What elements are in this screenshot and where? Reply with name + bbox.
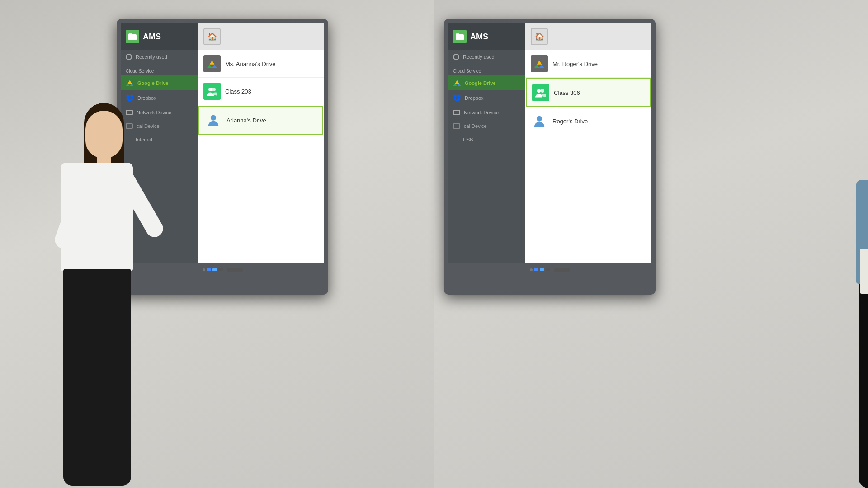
right-display: AMS Recently used Cloud Service Google D… (444, 19, 656, 295)
right-ams-folder-icon (453, 30, 467, 43)
right-file-group-icon-2 (535, 88, 546, 98)
left-sb-port-2 (212, 268, 217, 271)
right-network-device-label: Network Device (464, 110, 499, 115)
right-scene: AMS Recently used Cloud Service Google D… (434, 0, 868, 488)
svg-point-0 (208, 88, 212, 91)
right-file-name-1: Mr. Roger's Drive (552, 61, 598, 67)
left-file-list: Ms. Arianna's Drive Class 203 (198, 50, 324, 263)
left-file-icon-2 (203, 83, 221, 100)
right-cloud-service-label: Cloud Service (448, 64, 525, 75)
right-file-icon-3 (531, 113, 548, 130)
left-file-name-3: Arianna's Drive (226, 117, 266, 124)
right-file-item-3[interactable]: Roger's Drive (525, 108, 651, 135)
man-pants (859, 280, 868, 488)
right-local-device-label: cal Device (464, 123, 487, 129)
left-file-item-2[interactable]: Class 203 (198, 78, 324, 105)
right-monitor-icon (453, 110, 460, 115)
right-sb-dot-1 (530, 268, 533, 271)
right-recently-used[interactable]: Recently used (448, 50, 525, 64)
right-home-button[interactable]: 🏠 (531, 28, 548, 45)
man-clipboard (860, 249, 868, 294)
left-sb-speaker (227, 268, 243, 272)
right-local-monitor-icon (453, 123, 460, 129)
left-file-icon-1 (203, 55, 221, 72)
right-google-drive-label: Google Drive (465, 80, 495, 86)
left-recently-used-label: Recently used (136, 54, 167, 60)
right-local-device-item[interactable]: cal Device (448, 119, 525, 133)
right-content-area: 🏠 Mr. Roger's Drive (525, 23, 651, 263)
right-ams-title: AMS (470, 32, 488, 42)
right-dropbox-label: Dropbox (465, 95, 484, 101)
left-file-name-2: Class 203 (225, 88, 251, 95)
left-file-person-icon-3 (208, 114, 219, 126)
right-file-icon-2 (532, 84, 549, 101)
right-dropbox-icon (453, 94, 461, 102)
woman-head (85, 111, 123, 158)
right-dropbox-item[interactable]: Dropbox (448, 90, 525, 106)
woman-shirt (61, 163, 133, 271)
right-person (809, 95, 868, 488)
right-sidebar: AMS Recently used Cloud Service Google D… (448, 23, 525, 263)
right-sb-port-2 (540, 268, 544, 271)
right-usb-item[interactable]: USB (448, 133, 525, 146)
left-recently-used[interactable]: Recently used (121, 50, 198, 64)
left-file-item-1[interactable]: Ms. Arianna's Drive (198, 50, 324, 78)
right-sb-port-1 (534, 268, 538, 271)
svg-point-1 (212, 88, 216, 91)
right-display-bottom-bar (448, 263, 651, 277)
right-file-item-1[interactable]: Mr. Roger's Drive (525, 50, 651, 78)
right-clock-icon (453, 54, 459, 60)
left-ams-folder-icon (126, 30, 139, 43)
left-file-icon-3 (205, 112, 222, 129)
left-file-name-1: Ms. Arianna's Drive (225, 61, 276, 67)
left-scene: AMS Recently used Cloud Service Google D… (0, 0, 434, 488)
left-file-gdrive-icon-1 (207, 60, 217, 68)
left-content-header: 🏠 (198, 23, 324, 50)
right-google-drive-item[interactable]: Google Drive (448, 75, 525, 90)
left-content-area: 🏠 Ms. Arianna's Drive (198, 23, 324, 263)
left-cloud-service-label: Cloud Service (121, 64, 198, 75)
right-person-body (809, 95, 868, 488)
right-recently-used-label: Recently used (463, 54, 495, 60)
right-file-icon-1 (531, 55, 548, 72)
right-ams-header: AMS (448, 23, 525, 50)
right-file-gdrive-icon-1 (534, 60, 544, 68)
left-home-button[interactable]: 🏠 (203, 28, 221, 45)
svg-point-3 (537, 89, 541, 93)
left-ams-header: AMS (121, 23, 198, 50)
right-sb-speaker (554, 268, 570, 272)
right-file-person-icon-3 (533, 115, 545, 127)
svg-point-2 (211, 115, 216, 121)
right-gdrive-icon (453, 80, 461, 86)
right-screen-content: AMS Recently used Cloud Service Google D… (448, 23, 651, 263)
right-file-name-3: Roger's Drive (552, 118, 588, 125)
left-sb-port-3 (218, 268, 223, 271)
right-sb-port-3 (546, 268, 550, 271)
right-usb-label: USB (453, 137, 473, 142)
right-file-list: Mr. Roger's Drive Class 306 (525, 50, 651, 263)
right-file-name-2: Class 306 (554, 89, 580, 96)
left-ams-title: AMS (143, 32, 161, 42)
scene-divider (434, 0, 434, 488)
left-clock-icon (126, 54, 132, 60)
svg-point-5 (537, 116, 542, 122)
left-person (18, 81, 190, 488)
left-file-group-icon-2 (207, 86, 217, 96)
left-sb-dot-1 (203, 268, 205, 271)
woman-pants (63, 269, 131, 486)
right-content-header: 🏠 (525, 23, 651, 50)
left-sb-port-1 (207, 268, 211, 271)
right-network-device-item[interactable]: Network Device (448, 106, 525, 119)
svg-point-4 (541, 89, 544, 93)
right-file-item-2[interactable]: Class 306 (526, 78, 651, 107)
left-person-body (18, 81, 190, 488)
left-file-item-3[interactable]: Arianna's Drive (198, 106, 323, 135)
